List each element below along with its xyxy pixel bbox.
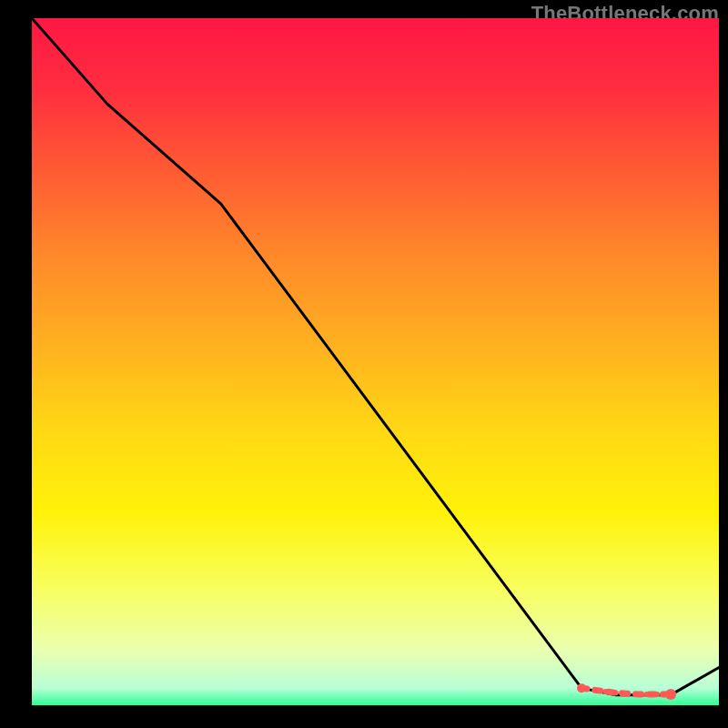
- chart-frame: TheBottleneck.com: [0, 0, 728, 728]
- marker-dot: [665, 689, 676, 700]
- plot-area: [32, 18, 719, 705]
- marker-dot: [623, 691, 629, 696]
- marker-dot: [602, 689, 608, 694]
- marker-dot: [644, 692, 650, 697]
- marker-dot: [654, 692, 660, 697]
- chart-svg: [32, 18, 719, 705]
- marker-dot: [633, 692, 639, 697]
- gradient-background: [32, 18, 719, 705]
- marker-dot: [592, 687, 598, 693]
- marker-dot: [613, 690, 619, 695]
- marker-dot: [577, 683, 586, 693]
